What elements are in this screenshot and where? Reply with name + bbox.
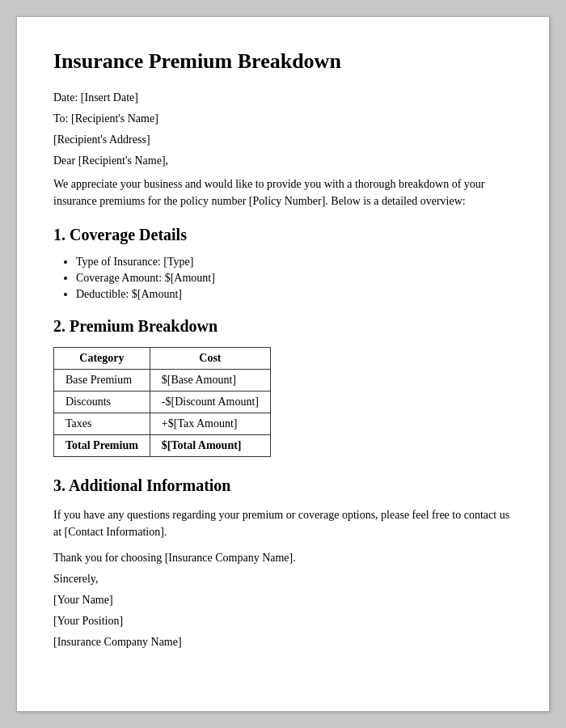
- bullet-coverage-amount: Coverage Amount: $[Amount]: [76, 272, 513, 285]
- premium-table: Category Cost Base Premium $[Base Amount…: [53, 347, 271, 457]
- your-name-line: [Your Name]: [53, 594, 513, 607]
- address-line: [Recipient's Address]: [53, 133, 513, 146]
- section-heading-coverage: 1. Coverage Details: [53, 226, 513, 244]
- your-position-line: [Your Position]: [53, 615, 513, 628]
- table-header-category: Category: [54, 348, 150, 370]
- table-cell-taxes-cost: +$[Tax Amount]: [150, 413, 270, 435]
- table-cell-base-premium-cost: $[Base Amount]: [150, 370, 270, 392]
- table-row: Taxes +$[Tax Amount]: [54, 413, 271, 435]
- company-name-line: [Insurance Company Name]: [53, 636, 513, 649]
- page-title: Insurance Premium Breakdown: [53, 49, 513, 74]
- coverage-bullet-list: Type of Insurance: [Type] Coverage Amoun…: [76, 256, 513, 301]
- table-cell-taxes-label: Taxes: [54, 413, 150, 435]
- section-heading-premium: 2. Premium Breakdown: [53, 317, 513, 336]
- bullet-deductible: Deductible: $[Amount]: [76, 288, 513, 301]
- thank-you-line: Thank you for choosing [Insurance Compan…: [53, 552, 513, 565]
- table-cell-total-label: Total Premium: [54, 435, 150, 457]
- table-row: Discounts -$[Discount Amount]: [54, 392, 271, 413]
- document-page: Insurance Premium Breakdown Date: [Inser…: [16, 16, 550, 712]
- to-line: To: [Recipient's Name]: [53, 112, 513, 125]
- table-cell-total-cost: $[Total Amount]: [150, 435, 270, 457]
- table-cell-discounts-label: Discounts: [54, 392, 150, 413]
- table-header-cost: Cost: [150, 348, 270, 370]
- additional-paragraph: If you have any questions regarding your…: [53, 506, 513, 540]
- table-cell-base-premium-label: Base Premium: [54, 370, 150, 392]
- table-row: Base Premium $[Base Amount]: [54, 370, 271, 392]
- bullet-insurance-type: Type of Insurance: [Type]: [76, 256, 513, 269]
- intro-paragraph: We appreciate your business and would li…: [53, 176, 513, 210]
- section-heading-additional: 3. Additional Information: [53, 476, 513, 495]
- table-cell-discounts-cost: -$[Discount Amount]: [150, 392, 270, 413]
- sincerely-line: Sincerely,: [53, 573, 513, 586]
- date-line: Date: [Insert Date]: [53, 91, 513, 104]
- greeting-line: Dear [Recipient's Name],: [53, 154, 513, 167]
- table-row-total: Total Premium $[Total Amount]: [54, 435, 271, 457]
